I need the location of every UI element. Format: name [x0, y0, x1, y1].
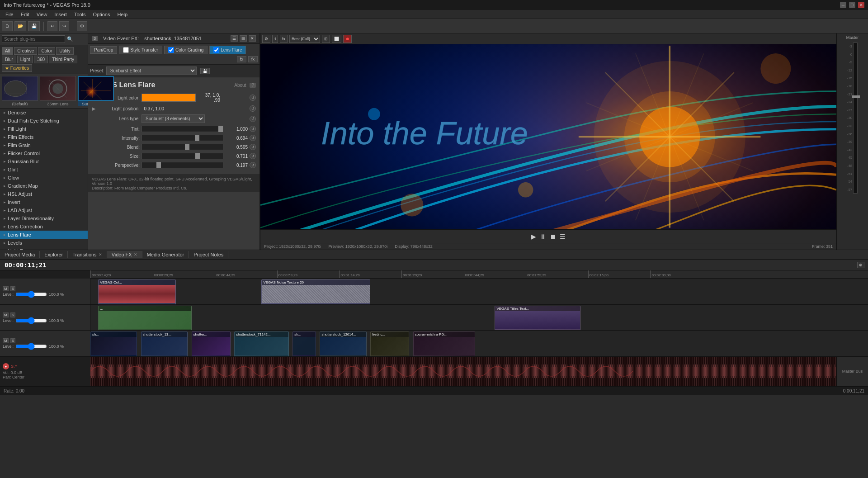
- tab-color[interactable]: Color: [38, 47, 55, 55]
- maximize-button[interactable]: □: [849, 2, 855, 8]
- fx-tab-pan-crop[interactable]: Pan/Crop: [90, 46, 117, 54]
- track-3-mute[interactable]: M: [3, 338, 9, 343]
- clip-shutterstock71[interactable]: shutterstock_71142...: [234, 331, 288, 356]
- preview-split-btn[interactable]: ⬜: [332, 35, 341, 43]
- menu-view[interactable]: View: [33, 12, 51, 17]
- fx-tab-lens-flare[interactable]: Lens Flare: [209, 46, 246, 54]
- perspective-slider[interactable]: [142, 162, 223, 168]
- menu-tools[interactable]: Tools: [71, 12, 90, 17]
- master-fader-thumb[interactable]: [852, 95, 860, 98]
- close-button[interactable]: ✕: [858, 2, 864, 8]
- tab-utility[interactable]: Utility: [56, 47, 73, 55]
- menu-options[interactable]: Options: [90, 12, 114, 17]
- thumb-default[interactable]: (Default): [2, 76, 38, 106]
- param-reset-light-color[interactable]: ↺: [250, 95, 256, 101]
- lens-flare-checkbox[interactable]: [213, 47, 219, 53]
- search-input[interactable]: [2, 35, 65, 43]
- clip-shutterstock12614[interactable]: shutterstock_12614...: [320, 331, 366, 356]
- fx-list-view[interactable]: ☰: [231, 35, 238, 42]
- track-3-solo[interactable]: S: [10, 338, 15, 343]
- pause-button[interactable]: ⏸: [540, 233, 546, 240]
- tab-all[interactable]: All: [2, 47, 13, 55]
- param-reset-perspective[interactable]: ↺: [250, 162, 256, 168]
- intensity-slider[interactable]: [142, 135, 223, 141]
- tab-project-notes[interactable]: Project Notes: [189, 251, 228, 258]
- track-1-solo[interactable]: S: [10, 286, 15, 291]
- plugin-denoise[interactable]: ▸Denoise: [0, 109, 88, 117]
- new-button[interactable]: 🗋: [2, 21, 13, 31]
- track-1-level-slider[interactable]: [15, 292, 47, 297]
- plugin-gradient-map[interactable]: ▸Gradient Map: [0, 182, 88, 190]
- param-reset-blend[interactable]: ↺: [250, 144, 256, 150]
- stop-button[interactable]: ⏹: [550, 233, 556, 240]
- loop-button[interactable]: ☰: [560, 233, 566, 240]
- plugin-flicker-control[interactable]: ▸Flicker Control: [0, 149, 88, 157]
- preset-select[interactable]: Sunburst Effect Standard Flare Anamorphi…: [106, 66, 197, 75]
- param-reset-light-position[interactable]: ↺: [250, 105, 256, 112]
- track-2-mute[interactable]: M: [3, 312, 9, 317]
- menu-help[interactable]: Help: [113, 12, 131, 17]
- plugin-gaussian-blur[interactable]: ▸Gaussian Blur: [0, 157, 88, 166]
- tab-video-fx[interactable]: Video FX ✕: [107, 251, 142, 258]
- track-1-mute[interactable]: M: [3, 286, 9, 291]
- undo-button[interactable]: ↩: [47, 21, 57, 31]
- param-expand-light-position[interactable]: ▶: [92, 106, 97, 112]
- close-transitions[interactable]: ✕: [99, 252, 102, 257]
- redo-button[interactable]: ↪: [59, 21, 69, 31]
- size-slider[interactable]: [142, 153, 223, 159]
- close-video-fx[interactable]: ✕: [134, 252, 137, 257]
- color-grading-checkbox[interactable]: [168, 47, 174, 53]
- fx-tab-color-grading[interactable]: Color Grading: [164, 46, 208, 54]
- clip-sh1[interactable]: sh...: [90, 331, 137, 356]
- menu-insert[interactable]: Insert: [51, 12, 71, 17]
- plugin-lens-correction[interactable]: ▸Lens Correction: [0, 222, 88, 231]
- clip-sourav[interactable]: sourav-mishra-P6i...: [413, 331, 476, 356]
- fx-tab-style-transfer[interactable]: Style Transfer: [119, 46, 162, 54]
- minimize-button[interactable]: ─: [840, 2, 846, 8]
- preview-settings-btn[interactable]: ⚙: [262, 35, 270, 43]
- plugin-light-rays[interactable]: ▸Light Rays: [0, 247, 88, 250]
- blend-slider[interactable]: [142, 144, 223, 150]
- preview-info-btn[interactable]: ℹ: [272, 35, 278, 43]
- track-2-level-slider[interactable]: [15, 318, 47, 323]
- preview-overlay-btn[interactable]: ⊞: [322, 35, 330, 43]
- plugin-glow[interactable]: ▸Glow: [0, 174, 88, 182]
- clip-shutterstock13[interactable]: shutterstock_13...: [141, 331, 188, 356]
- preview-quality-select[interactable]: Best (Full) Good (Full) Draft (Full) Bes…: [289, 35, 320, 43]
- tab-light[interactable]: Light: [17, 56, 33, 63]
- clip-track2-1[interactable]: ...: [98, 306, 191, 331]
- window-controls[interactable]: ─ □ ✕: [840, 2, 864, 8]
- fx-close-btn[interactable]: ✕: [249, 35, 256, 42]
- plugin-film-grain[interactable]: ▸Film Grain: [0, 141, 88, 149]
- track-3-level-slider[interactable]: [15, 344, 47, 349]
- fx-about-btn[interactable]: About: [234, 83, 246, 88]
- preview-fx-btn[interactable]: fx: [280, 35, 288, 43]
- timeline-zoom-btn[interactable]: ⊕: [857, 262, 864, 268]
- tab-transitions[interactable]: Transitions ✕: [68, 251, 107, 258]
- plugin-lens-flare[interactable]: ▸Lens Flare: [0, 231, 88, 239]
- menu-file[interactable]: File: [2, 12, 17, 17]
- search-icon[interactable]: 🔍: [67, 36, 73, 42]
- style-transfer-checkbox[interactable]: [123, 47, 129, 53]
- fx-help-btn[interactable]: ?: [250, 83, 256, 88]
- plugin-hsl-adjust[interactable]: ▸HSL Adjust: [0, 190, 88, 198]
- plugin-fill-light[interactable]: ▸Fill Light: [0, 125, 88, 133]
- save-button[interactable]: 💾: [28, 21, 40, 31]
- open-button[interactable]: 📂: [14, 21, 26, 31]
- fx-chain-btn[interactable]: fx: [248, 56, 258, 62]
- clip-noise-texture[interactable]: VEGAS Noise Texture 20: [261, 279, 370, 304]
- tab-blur[interactable]: Blur: [2, 56, 16, 63]
- clip-sh3[interactable]: sh...: [292, 331, 316, 356]
- plugin-lab-adjust[interactable]: ▸LAB Adjust: [0, 206, 88, 214]
- plugin-dual-fish-eye[interactable]: ▸Dual Fish Eye Stitching: [0, 117, 88, 125]
- param-reset-tint[interactable]: ↺: [250, 126, 256, 132]
- clip-shutter2[interactable]: shutter...: [192, 331, 231, 356]
- preset-save-btn[interactable]: 💾: [200, 68, 210, 74]
- fx-grid-view[interactable]: ⊞: [240, 35, 247, 42]
- tab-creative[interactable]: Creative: [14, 47, 37, 55]
- plugin-layer-dimensionality[interactable]: ▸Layer Dimensionality: [0, 214, 88, 222]
- tab-favorites[interactable]: ★ Favorites: [2, 64, 32, 72]
- fx-animate-btn[interactable]: fx: [237, 56, 246, 62]
- plugin-invert[interactable]: ▸Invert: [0, 198, 88, 206]
- lens-type-select[interactable]: Sunburst (8 elements) Standard Anamorphi…: [142, 114, 205, 123]
